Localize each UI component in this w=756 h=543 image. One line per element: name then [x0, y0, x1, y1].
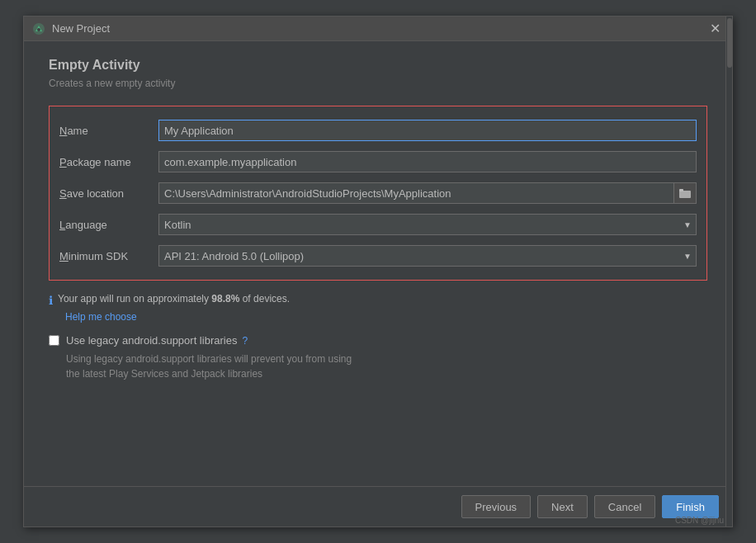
cancel-button[interactable]: Cancel: [594, 495, 655, 518]
language-select[interactable]: Kotlin Java: [158, 214, 697, 235]
label-min-sdk: Minimum SDK: [59, 250, 158, 262]
info-text: Your app will run on approximately 98.8%…: [58, 293, 290, 305]
checkbox-description: Using legacy android.support libraries w…: [66, 352, 707, 381]
help-link[interactable]: Help me choose: [65, 311, 137, 323]
form-row-package: Package name: [50, 146, 706, 177]
save-location-input[interactable]: [158, 182, 674, 204]
svg-rect-4: [679, 189, 683, 191]
section-subtitle: Creates a new empty activity: [49, 78, 707, 89]
previous-button[interactable]: Previous: [461, 495, 532, 518]
info-row: ℹ Your app will run on approximately 98.…: [49, 293, 707, 307]
dialog-content: Empty Activity Creates a new empty activ…: [24, 41, 732, 486]
legacy-support-checkbox[interactable]: [49, 335, 59, 346]
form-box: Name Package name Save location: [49, 106, 707, 281]
form-row-min-sdk: Minimum SDK API 21: Android 5.0 (Lollipo…: [50, 240, 706, 272]
android-studio-icon: [32, 22, 45, 35]
svg-point-1: [37, 28, 40, 31]
min-sdk-select[interactable]: API 21: Android 5.0 (Lollipop) API 22: A…: [158, 245, 697, 267]
language-dropdown-wrapper: Kotlin Java ▼: [158, 214, 697, 235]
checkbox-row: Use legacy android.support libraries ?: [49, 334, 707, 347]
label-package: Package name: [59, 156, 158, 168]
dialog-footer: Previous Next Cancel Finish: [24, 486, 732, 526]
label-name: Name: [59, 125, 158, 137]
info-icon: ℹ: [49, 294, 53, 307]
folder-icon: [679, 188, 691, 198]
info-percent: 98.8%: [211, 293, 239, 305]
folder-browse-button[interactable]: [674, 182, 697, 204]
title-bar: New Project ✕: [24, 17, 732, 41]
title-bar-left: New Project: [32, 22, 110, 35]
section-title: Empty Activity: [49, 58, 707, 73]
label-save-location: Save location: [59, 187, 158, 200]
package-name-input[interactable]: [158, 151, 697, 172]
new-project-dialog: New Project ✕ Empty Activity Creates a n…: [23, 16, 733, 527]
question-icon[interactable]: ?: [242, 335, 248, 347]
save-location-field-group: [158, 182, 697, 204]
checkbox-section: Use legacy android.support libraries ? U…: [49, 334, 707, 381]
scrollbar-thumb: [727, 18, 732, 68]
close-button[interactable]: ✕: [706, 21, 724, 37]
name-input[interactable]: [158, 120, 697, 141]
checkbox-label: Use legacy android.support libraries ?: [66, 334, 248, 347]
form-row-save-location: Save location: [50, 177, 706, 209]
watermark: CSDN @jijnu: [675, 516, 724, 525]
info-section: ℹ Your app will run on approximately 98.…: [49, 293, 707, 323]
form-row-language: Language Kotlin Java ▼: [50, 209, 706, 240]
next-button[interactable]: Next: [537, 495, 588, 518]
min-sdk-dropdown-wrapper: API 21: Android 5.0 (Lollipop) API 22: A…: [158, 245, 697, 267]
label-language: Language: [59, 219, 158, 231]
finish-button[interactable]: Finish: [662, 495, 719, 518]
dialog-title: New Project: [52, 22, 110, 35]
side-scrollbar: [725, 17, 732, 526]
form-row-name: Name: [50, 115, 706, 146]
